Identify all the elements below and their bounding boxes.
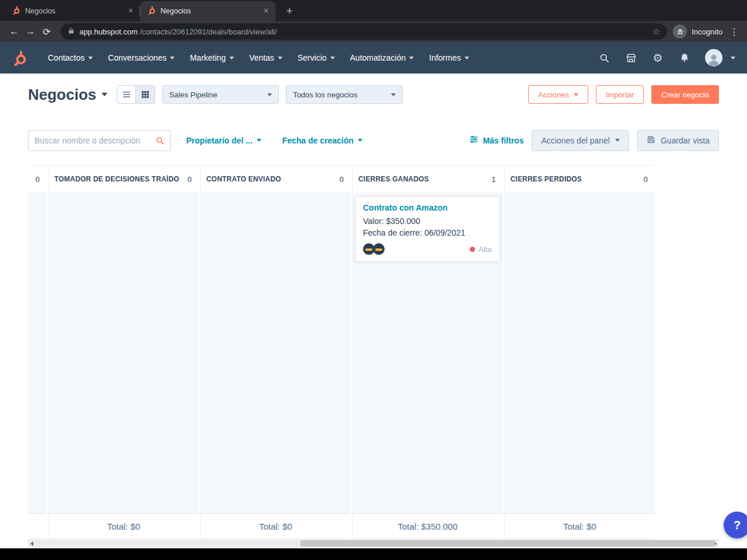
nav-item-informes[interactable]: Informes	[421, 48, 476, 67]
tab-close-icon[interactable]: ×	[126, 6, 135, 16]
more-filters-link[interactable]: Más filtros	[469, 135, 523, 146]
column-body	[48, 192, 199, 513]
nav-item-contactos[interactable]: Contactos	[40, 48, 100, 67]
deal-card-title-link[interactable]: Contrato con Amazon	[363, 203, 492, 212]
browser-toolbar: ← → ⟳ app.hubspot.com/contacts/20612091/…	[0, 21, 747, 42]
page-title-dropdown[interactable]: Negocios	[28, 86, 107, 104]
chevron-down-icon	[88, 57, 93, 60]
column-name: CONTRATO ENVIADO	[207, 175, 281, 183]
chevron-down-icon	[358, 139, 362, 142]
column-name: TOMADOR DE DECISIONES TRAÍDO	[54, 175, 179, 183]
user-avatar[interactable]	[705, 49, 722, 66]
nav-item-ventas[interactable]: Ventas	[242, 48, 290, 67]
priority-dot-icon	[470, 247, 475, 252]
new-tab-button[interactable]: +	[281, 3, 298, 19]
avatar	[373, 243, 385, 255]
deal-card-footer: Alta	[363, 243, 492, 255]
reload-icon[interactable]: ⟳	[39, 23, 55, 40]
hubspot-favicon	[147, 6, 156, 16]
chevron-down-icon	[229, 57, 234, 60]
search-icon[interactable]	[593, 47, 615, 69]
saved-view-select[interactable]: Todos los negocios	[286, 85, 403, 104]
column-total: Total: $0	[48, 513, 199, 539]
saved-view-select-value: Todos los negocios	[293, 90, 358, 99]
browser-menu-icon[interactable]: ⋮	[727, 26, 741, 37]
chevron-down-icon	[257, 139, 261, 142]
column-total: Total: $0	[504, 513, 655, 539]
column-name: CIERRES PERDIDOS	[511, 175, 582, 183]
incognito-icon	[673, 24, 687, 38]
settings-gear-icon[interactable]: ⚙	[647, 47, 669, 69]
url-domain: app.hubspot.com	[79, 27, 138, 36]
column-body	[200, 192, 351, 513]
nav-item-servicio[interactable]: Servicio	[290, 48, 343, 67]
chevron-down-icon	[170, 57, 174, 60]
deal-value-line: Valor:$350.000	[363, 215, 492, 227]
incognito-label: Incognito	[692, 27, 722, 36]
view-toggle	[117, 85, 155, 104]
chevron-down-icon	[465, 57, 469, 60]
browser-tab-2-active[interactable]: Negocios ×	[140, 1, 275, 21]
deal-card[interactable]: Contrato con Amazon Valor:$350.000 Fecha…	[355, 196, 500, 262]
hubspot-navbar: Contactos Conversaciones Marketing Venta…	[0, 42, 747, 74]
nav-item-automatizacion[interactable]: Automatización	[343, 48, 422, 67]
bookmark-star-icon[interactable]: ☆	[652, 26, 660, 37]
import-button[interactable]: Importar	[596, 85, 644, 104]
nav-actions: ⚙	[593, 47, 738, 69]
pipeline-select-value: Sales Pipeline	[169, 90, 217, 99]
nav-item-marketing[interactable]: Marketing	[182, 48, 241, 67]
filter-row: Propietario del ... Fecha de creación Má…	[0, 130, 747, 151]
tab-title: Negocios	[25, 7, 121, 15]
hubspot-favicon	[12, 6, 20, 16]
create-deal-button[interactable]: Crear negocio	[651, 85, 719, 104]
column-count: 0	[187, 175, 191, 184]
column-total: Total: $350.000	[352, 513, 503, 539]
scroll-left-arrow-icon[interactable]	[30, 541, 33, 546]
account-chevron-down-icon[interactable]	[731, 57, 735, 60]
actions-button[interactable]: Acciones	[528, 85, 588, 104]
scrollbar-thumb[interactable]	[301, 540, 715, 547]
forward-icon[interactable]: →	[22, 23, 39, 40]
save-view-button[interactable]: Guardar vista	[637, 130, 719, 151]
page-title: Negocios	[28, 86, 96, 104]
column-body	[504, 192, 655, 513]
create-date-filter-dropdown[interactable]: Fecha de creación	[282, 136, 362, 145]
board-view-button[interactable]	[136, 85, 155, 104]
column-total	[28, 513, 47, 539]
hubspot-logo[interactable]	[12, 50, 27, 66]
board-column-contrato-enviado: CONTRATO ENVIADO 0 Total: $0	[200, 166, 351, 539]
notifications-bell-icon[interactable]	[673, 47, 696, 69]
back-icon[interactable]: ←	[6, 23, 22, 40]
browser-tab-1[interactable]: Negocios ×	[5, 1, 140, 21]
board-column-cierres-ganados: CIERRES GANADOS 1 Contrato con Amazon Va…	[352, 166, 503, 539]
column-count: 0	[644, 175, 648, 184]
save-icon	[647, 135, 655, 146]
column-name: CIERRES GANADOS	[358, 175, 429, 183]
help-button[interactable]: ?	[724, 512, 747, 538]
horizontal-scrollbar[interactable]	[28, 540, 719, 547]
column-total: Total: $0	[200, 513, 351, 539]
chevron-down-icon	[330, 57, 335, 60]
lock-icon	[68, 27, 75, 36]
pipeline-select[interactable]: Sales Pipeline	[162, 85, 279, 104]
title-chevron-down-icon	[102, 93, 107, 96]
board-column-partial: 0	[28, 166, 47, 539]
priority-badge: Alta	[470, 245, 491, 254]
board-actions-button[interactable]: Acciones del panel	[532, 130, 629, 151]
address-bar[interactable]: app.hubspot.com/contacts/20612091/deals/…	[61, 23, 667, 40]
marketplace-icon[interactable]	[620, 47, 642, 69]
owner-filter-dropdown[interactable]: Propietario del ...	[186, 136, 261, 145]
screen: Negocios × Negocios × + ← → ⟳ app.hubspo…	[0, 0, 747, 560]
main-menu: Contactos Conversaciones Marketing Venta…	[40, 48, 477, 67]
deals-board: 0 TOMADOR DE DECISIONES TRAÍDO 0 Total: …	[28, 165, 655, 539]
list-view-button[interactable]	[117, 85, 136, 104]
search-icon[interactable]	[155, 136, 165, 145]
search-input[interactable]	[34, 136, 152, 145]
incognito-badge[interactable]: Incognito	[673, 24, 722, 38]
filter-sliders-icon	[469, 135, 479, 146]
tab-close-icon[interactable]: ×	[261, 6, 271, 16]
board-column-cierres-perdidos: CIERRES PERDIDOS 0 Total: $0	[504, 166, 655, 539]
nav-item-conversaciones[interactable]: Conversaciones	[100, 48, 182, 67]
chevron-down-icon	[409, 57, 414, 60]
column-count: 1	[491, 175, 495, 184]
